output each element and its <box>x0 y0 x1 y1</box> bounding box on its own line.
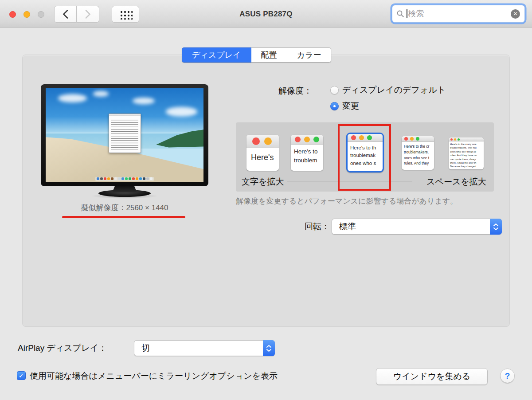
forward-button-disabled <box>77 6 99 23</box>
text-caret <box>407 9 407 18</box>
cloud <box>133 98 155 104</box>
monitor-screen-wallpaper <box>46 88 203 182</box>
titlebar: ASUS PB287Q 検索 ✕ <box>0 0 532 27</box>
cloud <box>93 91 109 97</box>
chevron-left-icon <box>63 10 68 19</box>
zoom-button-disabled <box>38 11 44 18</box>
cloud <box>166 107 197 116</box>
chevron-right-icon <box>85 10 91 19</box>
clear-search-icon[interactable]: ✕ <box>511 9 520 19</box>
gather-windows-button[interactable]: ウインドウを集める <box>376 368 488 385</box>
search-placeholder: 検索 <box>408 8 511 19</box>
resolution-option-2[interactable]: Here's totroublem <box>291 135 323 171</box>
tab-display[interactable]: ディスプレイ <box>182 47 251 63</box>
resolution-label: 解像度： <box>278 85 312 97</box>
tab-arrangement[interactable]: 配置 <box>251 47 287 63</box>
monitor-stand-neck <box>112 185 137 192</box>
tab-color[interactable]: カラー <box>287 47 332 63</box>
radio-off-icon[interactable] <box>330 86 339 94</box>
tab-bar: ディスプレイ 配置 カラー <box>182 47 331 63</box>
checkbox-checked-icon[interactable] <box>17 371 26 380</box>
larger-text-label: 文字を拡大 <box>242 176 284 188</box>
radio-default-resolution[interactable]: ディスプレイのデフォルト <box>330 84 446 96</box>
grid-icon <box>119 9 133 20</box>
search-field[interactable]: 検索 ✕ <box>392 5 525 23</box>
airplay-dropdown[interactable]: 切 <box>134 340 275 356</box>
back-button[interactable] <box>54 6 77 23</box>
more-space-label: スペースを拡大 <box>426 176 486 188</box>
show-all-button[interactable] <box>112 6 139 23</box>
mirroring-option[interactable]: 使用可能な場合はメニューバーにミラーリングオプションを表示 <box>17 370 278 382</box>
red-underline-annotation <box>62 216 185 218</box>
airplay-label: AirPlay ディスプレイ： <box>18 342 107 354</box>
dropdown-stepper-icon <box>490 219 502 235</box>
rotation-dropdown[interactable]: 標準 <box>332 219 502 235</box>
resolution-option-4[interactable]: Here's to the crtroublemakers.ones who s… <box>402 136 434 170</box>
radio-on-icon[interactable] <box>330 102 339 110</box>
textedit-mini-window <box>109 114 141 153</box>
close-button[interactable] <box>9 11 16 18</box>
help-button[interactable]: ? <box>500 369 515 383</box>
window-title: ASUS PB287Q <box>177 10 355 19</box>
resolution-option-1[interactable]: Here's <box>246 135 279 171</box>
red-rectangle-annotation <box>338 124 391 191</box>
performance-note: 解像度を変更するとパフォーマンスに影響する場合があります。 <box>236 196 458 206</box>
minimize-button[interactable] <box>23 11 30 18</box>
system-preferences-window: ASUS PB287Q 検索 ✕ ディスプレイ 配置 カラー <box>0 0 532 400</box>
radio-scaled-resolution[interactable]: 変更 <box>330 100 359 112</box>
search-icon <box>397 10 404 17</box>
dropdown-stepper-icon <box>263 340 275 356</box>
looks-like-resolution-label: 擬似解像度：2560 × 1440 <box>41 203 208 213</box>
resolution-option-5[interactable]: Here's to the crazy onetroublemakers. Th… <box>449 137 484 169</box>
rotation-label: 回転： <box>305 221 330 232</box>
cloud <box>58 94 86 102</box>
monitor-preview <box>41 84 208 186</box>
dock <box>95 177 154 181</box>
nav-buttons <box>54 6 99 23</box>
